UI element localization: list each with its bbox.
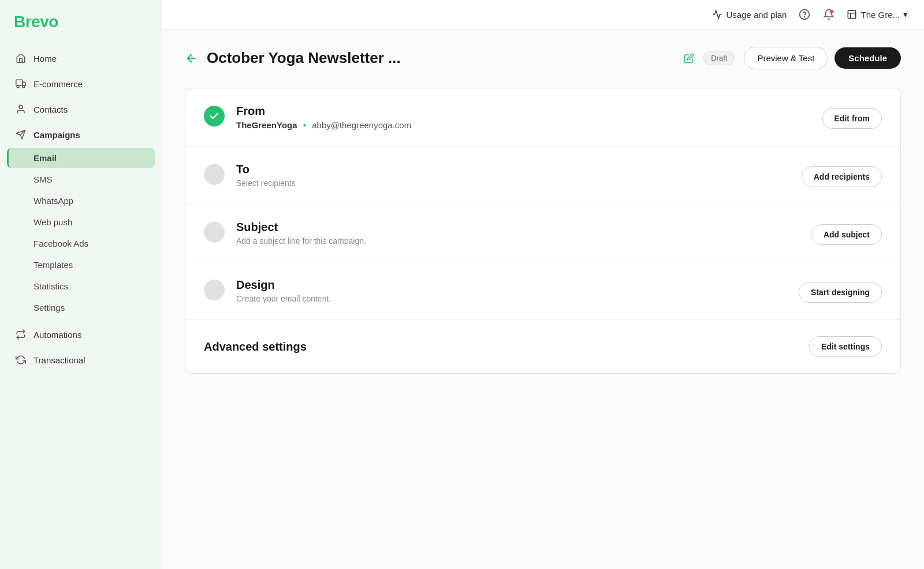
to-body: To Select recipients — [236, 163, 790, 188]
sidebar-item-webpush-label: Web push — [33, 217, 72, 227]
draft-badge: Draft — [703, 51, 735, 65]
sidebar-item-webpush[interactable]: Web push — [7, 212, 155, 232]
advanced-settings-row: Advanced settings Edit settings — [185, 320, 900, 373]
add-subject-button[interactable]: Add subject — [811, 224, 882, 245]
usage-and-plan[interactable]: Usage and plan — [712, 9, 787, 20]
usage-label: Usage and plan — [726, 10, 787, 20]
to-status-icon — [204, 164, 225, 185]
design-title: Design — [236, 278, 787, 292]
to-placeholder: Select recipients — [236, 178, 790, 188]
from-email: abby@thegreenyoga.com — [312, 120, 411, 130]
topbar: Usage and plan The Gre... ▾ — [162, 0, 924, 29]
from-separator: • — [303, 120, 306, 130]
home-icon — [15, 53, 27, 64]
org-selector[interactable]: The Gre... ▾ — [847, 9, 908, 20]
org-name: The Gre... — [860, 10, 900, 20]
preview-test-button[interactable]: Preview & Test — [744, 47, 828, 69]
advanced-settings-title: Advanced settings — [204, 340, 809, 354]
edit-settings-button[interactable]: Edit settings — [809, 336, 882, 357]
design-body: Design Create your email content. — [236, 278, 787, 303]
subject-section: Subject Add a subject line for this camp… — [185, 204, 900, 262]
org-icon — [847, 9, 857, 20]
edit-from-button[interactable]: Edit from — [822, 108, 882, 129]
subject-placeholder: Add a subject line for this campaign. — [236, 236, 800, 246]
sidebar-item-settings-label: Settings — [33, 303, 65, 313]
from-detail: TheGreenYoga • abby@thegreenyoga.com — [236, 120, 811, 130]
sidebar-item-campaigns[interactable]: Campaigns — [7, 122, 155, 147]
svg-marker-1 — [23, 82, 25, 85]
design-placeholder: Create your email content. — [236, 294, 787, 303]
sidebar-item-transactional-label: Transactional — [33, 355, 85, 365]
sidebar-item-automations-label: Automations — [33, 330, 81, 340]
main-area: Usage and plan The Gre... ▾ — [162, 0, 924, 569]
sidebar-item-transactional[interactable]: Transactional — [7, 348, 155, 372]
to-title: To — [236, 163, 790, 176]
sidebar-item-settings[interactable]: Settings — [7, 297, 155, 318]
sidebar-nav: Home E-commerce Contacts — [0, 42, 162, 569]
page-title: October Yoga Newsletter ... — [207, 49, 675, 67]
back-button[interactable] — [185, 52, 198, 65]
from-title: From — [236, 105, 811, 118]
sidebar-item-whatsapp-label: WhatsApp — [33, 196, 73, 206]
svg-point-3 — [23, 85, 25, 88]
sidebar-item-email[interactable]: Email — [7, 148, 155, 168]
sidebar-item-contacts-label: Contacts — [33, 105, 68, 114]
sidebar-item-statistics-label: Statistics — [33, 281, 68, 291]
brand-name: Brevo — [14, 13, 58, 31]
transactional-icon — [15, 354, 27, 366]
subject-title: Subject — [236, 221, 800, 234]
svg-point-9 — [830, 10, 834, 14]
sidebar-item-ecommerce-label: E-commerce — [33, 79, 83, 89]
from-section: From TheGreenYoga • abby@thegreenyoga.co… — [185, 88, 900, 147]
to-section: To Select recipients Add recipients — [185, 147, 900, 204]
add-recipients-button[interactable]: Add recipients — [802, 166, 882, 187]
start-designing-button[interactable]: Start designing — [799, 282, 882, 303]
chart-icon — [712, 9, 722, 20]
sidebar-item-templates[interactable]: Templates — [7, 255, 155, 275]
schedule-button[interactable]: Schedule — [834, 47, 901, 69]
edit-title-button[interactable] — [684, 53, 694, 64]
svg-point-4 — [19, 105, 23, 109]
from-action: Edit from — [822, 108, 882, 129]
help-icon[interactable] — [798, 8, 811, 21]
design-action: Start designing — [799, 282, 882, 303]
from-name: TheGreenYoga — [236, 120, 297, 130]
sidebar-item-sms-label: SMS — [33, 174, 53, 184]
sidebar-item-templates-label: Templates — [33, 260, 73, 270]
subject-status-icon — [204, 222, 225, 243]
sidebar-item-facebookads[interactable]: Facebook Ads — [7, 233, 155, 254]
sidebar-item-ecommerce[interactable]: E-commerce — [7, 72, 155, 96]
sidebar-item-campaigns-label: Campaigns — [33, 130, 80, 140]
to-action: Add recipients — [802, 166, 882, 187]
design-section: Design Create your email content. Start … — [185, 262, 900, 320]
from-body: From TheGreenYoga • abby@thegreenyoga.co… — [236, 105, 811, 130]
page-header: October Yoga Newsletter ... Draft Previe… — [185, 47, 901, 69]
sidebar-item-email-label: Email — [33, 153, 57, 163]
sidebar-item-automations[interactable]: Automations — [7, 322, 155, 347]
chevron-down-icon: ▾ — [903, 9, 908, 20]
sidebar-item-statistics[interactable]: Statistics — [7, 276, 155, 296]
design-status-icon — [204, 280, 225, 300]
svg-rect-0 — [16, 80, 23, 85]
sidebar: Brevo Home E-commerce — [0, 0, 162, 569]
campaigns-icon — [15, 129, 27, 140]
page-content: October Yoga Newsletter ... Draft Previe… — [162, 29, 924, 569]
subject-action: Add subject — [811, 224, 882, 245]
sidebar-item-sms[interactable]: SMS — [7, 169, 155, 189]
bell-icon[interactable] — [822, 8, 835, 21]
campaign-card: From TheGreenYoga • abby@thegreenyoga.co… — [185, 88, 901, 374]
logo: Brevo — [0, 0, 162, 42]
ecommerce-icon — [15, 78, 27, 90]
sidebar-item-contacts[interactable]: Contacts — [7, 97, 155, 121]
sidebar-item-facebookads-label: Facebook Ads — [33, 239, 88, 248]
sidebar-item-whatsapp[interactable]: WhatsApp — [7, 191, 155, 211]
sidebar-item-home-label: Home — [33, 54, 57, 64]
automations-icon — [15, 329, 27, 340]
header-actions: Preview & Test Schedule — [744, 47, 901, 69]
contacts-icon — [15, 103, 27, 115]
svg-rect-10 — [848, 10, 856, 18]
from-status-icon — [204, 106, 225, 127]
subject-body: Subject Add a subject line for this camp… — [236, 221, 800, 246]
svg-point-2 — [17, 85, 19, 88]
sidebar-item-home[interactable]: Home — [7, 46, 155, 70]
